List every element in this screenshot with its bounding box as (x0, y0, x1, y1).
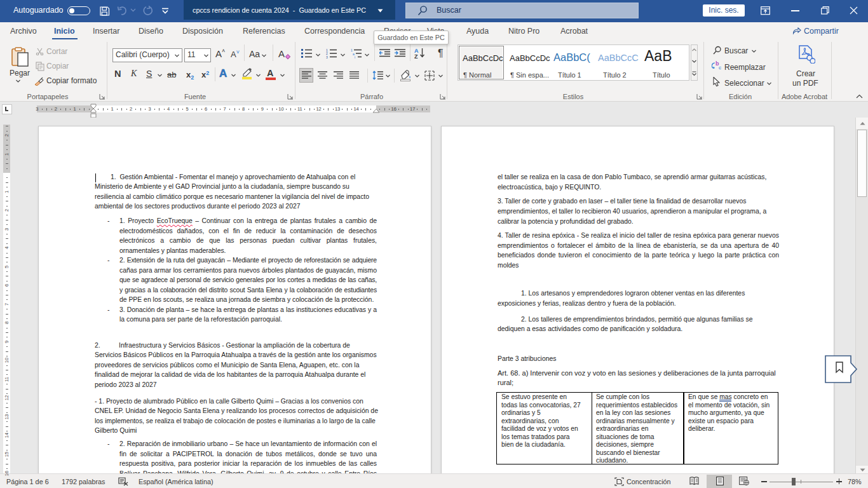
svg-text:i: i (355, 55, 355, 58)
svg-text:3: 3 (326, 55, 328, 58)
svg-text:c: c (719, 65, 721, 70)
svg-text:Z: Z (414, 53, 418, 58)
